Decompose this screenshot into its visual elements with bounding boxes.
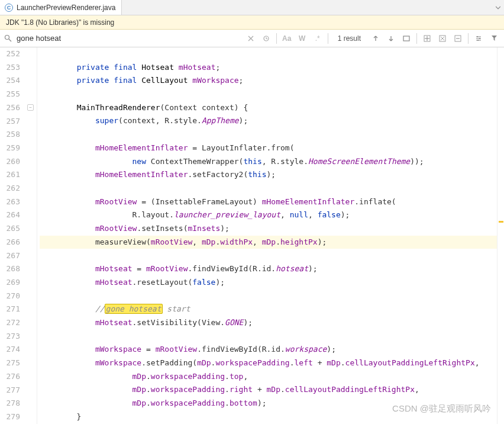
search-input[interactable] [14, 33, 242, 44]
code-area[interactable]: private final Hotseat mHotseat; private … [37, 47, 497, 424]
search-icon [4, 34, 12, 43]
select-all-icon[interactable] [436, 32, 449, 45]
line-numbers: 2522532542552562572582592602612622632642… [0, 47, 26, 424]
gutter: 2522532542552562572582592602612622632642… [0, 47, 37, 424]
tab-bar: C LauncherPreviewRenderer.java [0, 0, 504, 15]
remove-selection-icon[interactable] [451, 32, 464, 45]
words-toggle[interactable]: W [296, 32, 309, 45]
next-match-icon[interactable] [385, 32, 398, 45]
fold-column[interactable]: − [26, 47, 37, 424]
clear-search-icon[interactable] [244, 32, 257, 45]
settings-icon[interactable] [472, 32, 485, 45]
java-class-icon: C [5, 4, 13, 12]
svg-line-1 [9, 39, 11, 41]
svg-point-11 [477, 36, 478, 37]
find-bar: Aa W .* 1 result [0, 30, 504, 47]
search-result-count: 1 result [338, 34, 361, 43]
tab-filename: LauncherPreviewRenderer.java [17, 4, 115, 12]
tab-dropdown[interactable] [492, 0, 504, 15]
svg-rect-3 [403, 36, 409, 41]
add-selection-icon[interactable] [421, 32, 434, 45]
svg-point-0 [5, 36, 9, 40]
regex-toggle[interactable]: .* [311, 32, 324, 45]
svg-point-12 [479, 38, 480, 39]
error-stripe[interactable] [497, 47, 504, 424]
prev-match-icon[interactable] [369, 32, 382, 45]
svg-point-13 [477, 40, 479, 41]
match-case-toggle[interactable]: Aa [280, 32, 293, 45]
code-editor[interactable]: 2522532542552562572582592602612622632642… [0, 47, 504, 424]
search-history-icon[interactable] [260, 32, 273, 45]
select-all-occurrences-icon[interactable] [400, 32, 413, 45]
jdk-missing-notice: JDK "1.8 (No Libraries)" is missing [0, 15, 504, 30]
file-tab[interactable]: C LauncherPreviewRenderer.java [0, 0, 122, 15]
filter-icon[interactable] [487, 32, 500, 45]
